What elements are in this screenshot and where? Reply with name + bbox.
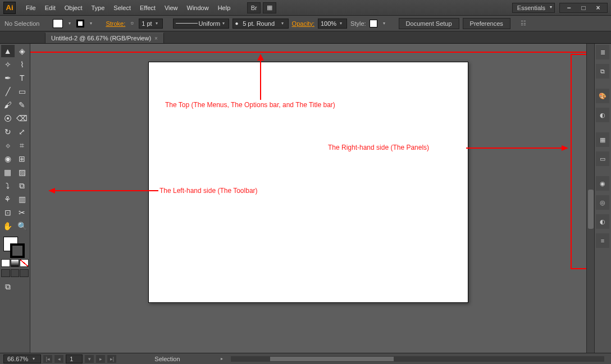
stroke-swatch-dropdown[interactable]: ▾ — [88, 21, 94, 26]
fill-stroke-control[interactable] — [1, 236, 29, 258]
symbols-panel-icon[interactable]: ◉ — [596, 176, 609, 191]
gradient-tool[interactable]: ▨ — [16, 166, 29, 178]
menu-object[interactable]: Object — [60, 2, 87, 13]
color-panel-icon[interactable]: 🎨 — [596, 89, 609, 103]
vertical-scrollbar-thumb[interactable] — [588, 190, 594, 229]
layers-panel-icon[interactable]: ≣ — [596, 45, 609, 59]
style-dropdown[interactable]: ▾ — [381, 21, 387, 26]
app-logo: Ai — [3, 2, 16, 14]
column-graph-tool[interactable]: ▥ — [16, 193, 29, 205]
zoom-tool[interactable]: 🔍 — [16, 220, 29, 232]
style-swatch[interactable] — [370, 20, 377, 27]
status-info-dropdown[interactable]: ▸ — [218, 356, 225, 361]
stroke-panel-icon[interactable]: ◎ — [596, 195, 609, 210]
opacity-label[interactable]: Opacity: — [292, 20, 314, 27]
zoom-level-field[interactable]: 66.67%▾ — [3, 354, 41, 363]
gradient-panel-icon[interactable]: ◐ — [596, 214, 609, 229]
stroke-swatch[interactable] — [76, 20, 84, 27]
annotation-box-top — [30, 44, 586, 53]
prev-artboard-button[interactable]: ◂ — [54, 355, 63, 363]
stroke-label[interactable]: Stroke: — [106, 20, 125, 27]
mesh-tool[interactable]: ▦ — [1, 166, 15, 178]
shape-builder-tool[interactable]: ◉ — [1, 153, 15, 165]
bridge-icon[interactable]: Br — [247, 2, 261, 13]
canvas-area[interactable]: The Top (The Menus, The Options bar, and… — [30, 44, 586, 353]
screen-mode-icon[interactable]: ⧉ — [1, 280, 15, 293]
horizontal-scrollbar-thumb[interactable] — [270, 357, 394, 361]
pencil-tool[interactable]: ✎ — [16, 99, 29, 111]
color-mode-icon[interactable] — [1, 259, 10, 267]
artboards-panel-icon[interactable]: ⧉ — [596, 64, 609, 79]
type-tool[interactable]: T — [16, 72, 29, 84]
menu-type[interactable]: Type — [87, 2, 110, 13]
stroke-color[interactable] — [10, 243, 25, 258]
svg-marker-1 — [257, 54, 264, 61]
minimize-button[interactable]: − — [563, 3, 574, 12]
free-transform-tool[interactable]: ⌗ — [16, 139, 29, 151]
document-tab-close[interactable]: × — [154, 35, 158, 42]
hand-tool[interactable]: ✋ — [1, 220, 15, 232]
selection-tool[interactable]: ▲ — [1, 45, 15, 57]
scale-tool[interactable]: ⤢ — [16, 126, 29, 138]
next-artboard-button[interactable]: ▸ — [96, 355, 105, 363]
symbol-sprayer-tool[interactable]: ⚘ — [1, 193, 15, 205]
preferences-button[interactable]: Preferences — [463, 18, 510, 29]
eyedropper-tool[interactable]: ⤵ — [1, 179, 15, 192]
eraser-tool[interactable]: ⌫ — [16, 112, 29, 125]
fill-swatch[interactable] — [53, 19, 63, 28]
rectangle-tool[interactable]: ▭ — [16, 85, 29, 98]
brush-definition[interactable]: ●5 pt. Round▾ — [232, 19, 289, 29]
menu-edit[interactable]: Edit — [40, 2, 60, 13]
close-button[interactable]: × — [592, 3, 604, 12]
lasso-tool[interactable]: ⌇ — [16, 58, 29, 71]
perspective-grid-tool[interactable]: ⊞ — [16, 153, 29, 165]
artboard[interactable] — [148, 62, 468, 303]
menu-view[interactable]: View — [160, 2, 183, 13]
draw-inside-icon[interactable] — [20, 269, 29, 277]
artboard-tool[interactable]: ⊡ — [1, 206, 15, 219]
menu-help[interactable]: Help — [213, 2, 235, 13]
style-label: Style: — [350, 20, 366, 27]
workspace-switcher[interactable]: Essentials — [512, 3, 555, 13]
variable-width-profile[interactable]: Uniform▾ — [173, 19, 229, 29]
fill-dropdown[interactable]: ▾ — [66, 21, 73, 26]
width-tool[interactable]: ⟐ — [1, 139, 15, 151]
menu-select[interactable]: Select — [109, 2, 135, 13]
magic-wand-tool[interactable]: ✧ — [1, 58, 15, 71]
rotate-tool[interactable]: ↻ — [1, 126, 15, 138]
swatches-panel-icon[interactable]: ▦ — [596, 132, 609, 147]
arrange-icon[interactable]: ▦ — [263, 2, 276, 13]
gradient-mode-icon[interactable] — [11, 259, 20, 267]
direct-selection-tool[interactable]: ◈ — [16, 45, 29, 57]
window-controls: − □ × — [559, 3, 608, 13]
line-tool[interactable]: ╱ — [1, 85, 15, 98]
vertical-scrollbar[interactable] — [586, 44, 594, 353]
menu-window[interactable]: Window — [183, 2, 213, 13]
first-artboard-button[interactable]: |◂ — [43, 355, 52, 363]
brushes-panel-icon[interactable]: ▭ — [596, 151, 609, 166]
opacity-field[interactable]: 100%▾ — [318, 19, 347, 29]
stroke-stepper[interactable]: ≎ — [129, 21, 135, 26]
transparency-panel-icon[interactable]: ≡ — [596, 233, 609, 248]
horizontal-scrollbar[interactable] — [231, 356, 604, 362]
document-setup-button[interactable]: Document Setup — [399, 18, 459, 29]
align-icon[interactable]: ☷ — [521, 20, 526, 27]
color-guide-panel-icon[interactable]: ◐ — [596, 108, 609, 122]
paintbrush-tool[interactable]: 🖌 — [1, 99, 15, 111]
blob-brush-tool[interactable]: ⦿ — [1, 112, 15, 125]
slice-tool[interactable]: ✂ — [16, 206, 29, 219]
pen-tool[interactable]: ✒ — [1, 72, 15, 84]
artboard-dropdown[interactable]: ▾ — [85, 355, 94, 363]
maximize-button[interactable]: □ — [578, 3, 589, 12]
last-artboard-button[interactable]: ▸| — [107, 355, 116, 363]
arrow-right — [466, 144, 568, 153]
artboard-number-field[interactable]: 1 — [66, 354, 83, 363]
none-mode-icon[interactable] — [20, 259, 29, 267]
stroke-weight-field[interactable]: 1 pt▾ — [139, 19, 162, 29]
draw-behind-icon[interactable] — [11, 269, 20, 277]
draw-normal-icon[interactable] — [1, 269, 10, 277]
menu-effect[interactable]: Effect — [135, 2, 160, 13]
blend-tool[interactable]: ⧉ — [16, 179, 29, 192]
menu-file[interactable]: File — [21, 2, 40, 13]
document-tab[interactable]: Untitled-2 @ 66.67% (RGB/Preview) × — [45, 33, 164, 43]
